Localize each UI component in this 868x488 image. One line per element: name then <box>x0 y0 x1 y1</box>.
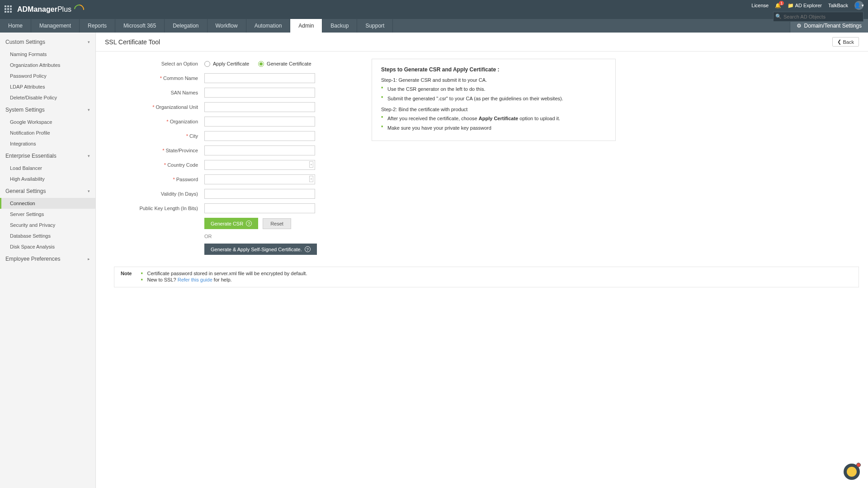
note-bar: Note Certificate password stored in serv… <box>114 267 859 287</box>
notifications-bell[interactable]: 🔔 1 <box>775 3 781 9</box>
topbar-right: License 🔔 1 📁 AD Explorer TalkBack 👤▾ <box>751 1 863 10</box>
brand-part2: Plus <box>57 5 71 14</box>
folder-icon: 📁 <box>788 3 794 8</box>
tab-admin[interactable]: Admin <box>290 19 322 33</box>
tab-support[interactable]: Support <box>357 19 393 33</box>
san-names-input[interactable] <box>204 88 315 98</box>
help-step2-item: After you received the certificate, choo… <box>381 115 606 122</box>
chevron-icon: ▸ <box>88 257 90 261</box>
content-header: SSL Certificate Tool ❮Back <box>96 33 868 52</box>
chevron-icon: ▾ <box>88 154 90 158</box>
sidebar-item-connection[interactable]: Connection <box>0 198 95 209</box>
badge-inner-icon <box>847 467 857 477</box>
sidebar-item-integrations[interactable]: Integrations <box>0 138 95 149</box>
country-code-input[interactable] <box>204 160 315 170</box>
search-input[interactable] <box>773 12 863 22</box>
topbar: ADManager Plus License 🔔 1 📁 AD Explorer… <box>0 0 868 19</box>
password-toggle-icon[interactable]: ▫ <box>309 176 313 182</box>
sidebar-item-security-and-privacy[interactable]: Security and Privacy <box>0 220 95 230</box>
radio-group: Apply Certificate Generate Certificate <box>204 61 311 67</box>
help-step1-item: Submit the generated ".csr" to your CA (… <box>381 95 606 103</box>
sidebar-section-enterprise-essentials[interactable]: Enterprise Essentials▾ <box>0 149 95 163</box>
note-label: Note <box>121 271 132 276</box>
reset-button[interactable]: Reset <box>263 218 291 229</box>
gear-icon: ⚙ <box>797 23 802 29</box>
note-item: New to SSL? Refer this guide for help. <box>141 277 307 282</box>
sidebar-item-disk-space-analysis[interactable]: Disk Space Analysis <box>0 241 95 252</box>
help-step2-item: Make sure you have your private key pass… <box>381 124 606 132</box>
sidebar-section-general-settings[interactable]: General Settings▾ <box>0 184 95 198</box>
tab-backup[interactable]: Backup <box>322 19 357 33</box>
sidebar-section-employee-preferences[interactable]: Employee Preferences▸ <box>0 252 95 266</box>
tab-microsoft-365[interactable]: Microsoft 365 <box>115 19 165 33</box>
self-signed-button[interactable]: Generate & Apply Self-Signed Certificate… <box>204 244 317 255</box>
or-separator: OR <box>114 234 358 239</box>
content: SSL Certificate Tool ❮Back Select an Opt… <box>96 33 868 488</box>
sidebar-section-custom-settings[interactable]: Custom Settings▾ <box>0 35 95 49</box>
navbar: HomeManagementReportsMicrosoft 365Delega… <box>0 19 868 33</box>
sidebar: Custom Settings▾Naming FormatsOrganizati… <box>0 33 96 488</box>
sidebar-section-system-settings[interactable]: System Settings▾ <box>0 103 95 117</box>
radio-apply-certificate[interactable]: Apply Certificate <box>204 61 249 67</box>
user-menu[interactable]: 👤▾ <box>854 1 863 10</box>
chevron-icon: ▾ <box>88 40 90 44</box>
help-panel: Steps to Generate CSR and Apply Certific… <box>372 59 616 141</box>
state-input[interactable] <box>204 145 315 155</box>
user-icon: 👤 <box>854 2 861 9</box>
help-title: Steps to Generate CSR and Apply Certific… <box>381 66 606 73</box>
brand-logo: ADManager Plus <box>17 5 84 14</box>
sidebar-item-load-balancer[interactable]: Load Balancer <box>0 163 95 174</box>
common-name-input[interactable] <box>204 73 315 83</box>
tab-home[interactable]: Home <box>0 19 31 33</box>
ssl-guide-link[interactable]: Refer this guide <box>178 277 212 282</box>
sidebar-item-ldap-attributes[interactable]: LDAP Attributes <box>0 81 95 92</box>
main: Custom Settings▾Naming FormatsOrganizati… <box>0 33 868 488</box>
talkback-link[interactable]: TalkBack <box>828 3 848 8</box>
tab-delegation[interactable]: Delegation <box>165 19 207 33</box>
help-step2: Step-2: Bind the certificate with produc… <box>381 107 606 112</box>
radio-icon-checked <box>258 61 264 67</box>
page-title: SSL Certificate Tool <box>105 38 160 46</box>
tab-automation[interactable]: Automation <box>246 19 291 33</box>
search-icon: 🔍 <box>775 14 782 19</box>
brand-part1: ADManager <box>17 5 57 14</box>
key-length-input[interactable] <box>204 203 315 213</box>
floating-help-badge[interactable] <box>844 464 860 480</box>
license-link[interactable]: License <box>751 3 769 8</box>
search-wrap: 🔍 <box>773 12 863 22</box>
button-row: Generate CSR? Reset <box>114 218 358 229</box>
generate-csr-button[interactable]: Generate CSR? <box>204 218 258 229</box>
brand-arc-icon <box>72 3 86 17</box>
tab-management[interactable]: Management <box>31 19 80 33</box>
sidebar-item-notification-profile[interactable]: Notification Profile <box>0 127 95 138</box>
sidebar-item-naming-formats[interactable]: Naming Formats <box>0 49 95 60</box>
radio-icon <box>204 61 210 67</box>
badge-dot <box>856 463 861 467</box>
chevron-icon: ▾ <box>88 108 90 112</box>
password-input[interactable] <box>204 174 315 184</box>
sidebar-item-server-settings[interactable]: Server Settings <box>0 209 95 220</box>
sidebar-item-delete-disable-policy[interactable]: Delete/Disable Policy <box>0 92 95 103</box>
sidebar-item-organization-attributes[interactable]: Organization Attributes <box>0 60 95 70</box>
note-item: Certificate password stored in server.xm… <box>141 271 307 276</box>
bell-badge: 1 <box>779 1 784 5</box>
country-picker-icon[interactable]: ▫ <box>309 161 313 168</box>
tab-reports[interactable]: Reports <box>80 19 115 33</box>
radio-generate-certificate[interactable]: Generate Certificate <box>258 61 311 67</box>
organization-input[interactable] <box>204 117 315 127</box>
validity-input[interactable] <box>204 189 315 199</box>
sidebar-item-database-settings[interactable]: Database Settings <box>0 230 95 241</box>
sidebar-item-password-policy[interactable]: Password Policy <box>0 70 95 81</box>
tab-workflow[interactable]: Workflow <box>208 19 246 33</box>
sidebar-item-high-availability[interactable]: High Availability <box>0 174 95 184</box>
form-area: Select an Option Apply Certificate Gener… <box>96 52 868 267</box>
help-icon: ? <box>246 221 252 226</box>
back-button[interactable]: ❮Back <box>832 37 859 47</box>
help-step1-item: Use the CSR generator on the left to do … <box>381 85 606 93</box>
ad-explorer-link[interactable]: 📁 AD Explorer <box>788 3 822 9</box>
app-grid-icon[interactable] <box>5 5 13 14</box>
city-input[interactable] <box>204 131 315 141</box>
help-step1: Step-1: Generate CSR and submit it to yo… <box>381 77 606 83</box>
org-unit-input[interactable] <box>204 102 315 112</box>
sidebar-item-google-workspace[interactable]: Google Workspace <box>0 117 95 127</box>
